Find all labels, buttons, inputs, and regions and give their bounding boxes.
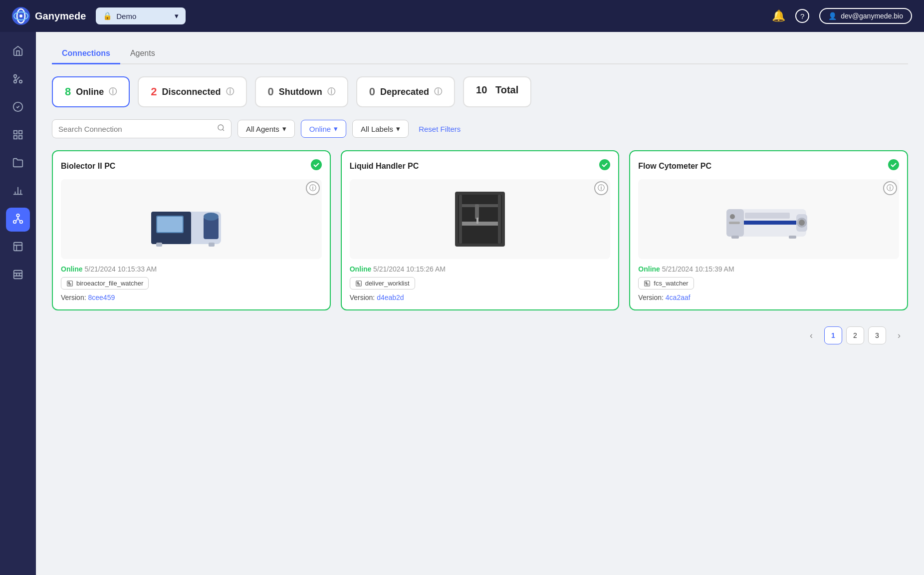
app-title: Ganymede: [35, 10, 86, 22]
shutdown-label: Shutdown: [279, 87, 322, 97]
pagination-prev[interactable]: ‹: [802, 326, 820, 344]
tabs-bar: Connections Agents: [52, 44, 908, 64]
device-image-area-2: ⓘ: [350, 179, 611, 259]
connections-icon: [12, 213, 23, 227]
svg-rect-37: [459, 204, 501, 207]
device-info-button-3[interactable]: ⓘ: [883, 181, 897, 195]
sidebar-item-git[interactable]: [6, 68, 30, 92]
svg-rect-27: [157, 217, 183, 232]
bell-icon: 🔔: [772, 9, 785, 22]
pagination-page-2[interactable]: 2: [846, 326, 864, 344]
reset-filters-button[interactable]: Reset Filters: [419, 125, 461, 133]
tag-label-2: deliver_worklist: [365, 280, 410, 287]
total-label: Total: [495, 84, 518, 95]
status-cards: 8 Online ⓘ 2 Disconnected ⓘ 0 Shutdown ⓘ…: [52, 76, 908, 107]
home-icon: [12, 45, 23, 59]
sidebar-item-chart[interactable]: [6, 180, 30, 204]
agents-filter-button[interactable]: All Agents ▾: [237, 120, 295, 138]
device-card-1[interactable]: Biolector II PC: [52, 150, 331, 310]
status-card-deprecated[interactable]: 0 Deprecated ⓘ: [356, 76, 455, 107]
logo: Ganymede: [12, 7, 86, 25]
version-link-3[interactable]: 4ca2aaf: [666, 293, 691, 301]
labels-filter-button[interactable]: All Labels ▾: [352, 120, 409, 138]
notifications-button[interactable]: 🔔: [772, 9, 785, 22]
device-version-1: Version: 8cee459: [61, 293, 322, 301]
device-name-1: Biolector II PC: [61, 162, 115, 171]
status-card-shutdown[interactable]: 0 Shutdown ⓘ: [255, 76, 348, 107]
tab-connections[interactable]: Connections: [52, 44, 120, 64]
svg-rect-31: [209, 243, 215, 247]
sidebar-item-grid[interactable]: [6, 124, 30, 148]
device-card-2[interactable]: Liquid Handler PC: [341, 150, 620, 310]
svg-point-18: [20, 220, 22, 223]
status-card-online[interactable]: 8 Online ⓘ: [52, 76, 130, 107]
shutdown-count: 0: [268, 85, 274, 98]
sidebar-item-home[interactable]: [6, 40, 30, 64]
main-content: Connections Agents 8 Online ⓘ 2 Disconne…: [36, 32, 924, 575]
device-image-2: [350, 179, 611, 259]
status-filter-button[interactable]: Online ▾: [301, 120, 346, 138]
folder-icon: [12, 157, 23, 171]
sidebar-item-connections[interactable]: [6, 208, 30, 232]
svg-rect-52: [731, 236, 739, 239]
svg-rect-19: [14, 242, 22, 251]
devices-grid: Biolector II PC: [52, 150, 908, 310]
chevron-down-icon: ▾: [175, 11, 179, 20]
svg-rect-54: [745, 213, 790, 219]
agents-chevron-icon: ▾: [282, 124, 286, 133]
chart-icon: [12, 185, 23, 199]
git-icon: [12, 73, 23, 87]
svg-point-23: [311, 159, 322, 170]
device-name-3: Flow Cytometer PC: [638, 162, 711, 171]
version-link-1[interactable]: 8cee459: [88, 293, 115, 301]
disconnected-count: 2: [151, 85, 157, 98]
sidebar: [0, 32, 36, 575]
online-label: Online: [76, 87, 104, 97]
topnav: Ganymede 🔒 Demo ▾ 🔔 ? 👤 dev@ganymede.bio: [0, 0, 924, 32]
svg-rect-10: [14, 135, 17, 138]
device-footer-1: Online 5/21/2024 10:15:33 AM biroeactor_…: [61, 265, 322, 301]
sidebar-item-folder[interactable]: [6, 152, 30, 176]
svg-point-3: [19, 14, 22, 17]
online-info-icon: ⓘ: [109, 87, 117, 97]
version-link-2[interactable]: d4eab2d: [377, 293, 404, 301]
svg-rect-36: [461, 222, 499, 226]
device-status-icon-1: [311, 159, 322, 173]
disconnected-label: Disconnected: [162, 87, 221, 97]
sidebar-item-apps[interactable]: [6, 236, 30, 260]
tag-label-1: biroeactor_file_watcher: [76, 280, 143, 287]
svg-rect-48: [729, 222, 740, 224]
device-status-icon-3: [888, 159, 899, 173]
pagination-page-3[interactable]: 3: [868, 326, 886, 344]
help-button[interactable]: ?: [795, 9, 809, 23]
svg-rect-11: [19, 135, 22, 138]
workspace-selector[interactable]: 🔒 Demo ▾: [96, 7, 186, 24]
sidebar-item-check[interactable]: [6, 96, 30, 120]
device-tag-3: fcs_watcher: [638, 277, 693, 289]
search-box[interactable]: [52, 119, 231, 138]
main-layout: Connections Agents 8 Online ⓘ 2 Disconne…: [0, 32, 924, 575]
user-menu-button[interactable]: 👤 dev@ganymede.bio: [819, 8, 912, 24]
workspace-name: Demo: [116, 12, 136, 20]
status-card-disconnected[interactable]: 2 Disconnected ⓘ: [138, 76, 246, 107]
tab-agents[interactable]: Agents: [120, 44, 165, 64]
pagination-next[interactable]: ›: [890, 326, 908, 344]
sidebar-item-layout[interactable]: [6, 264, 30, 288]
pagination-page-1[interactable]: 1: [824, 326, 842, 344]
online-status-2: Online: [350, 265, 372, 273]
device-status-icon-2: [599, 159, 610, 173]
layout-icon: [12, 269, 23, 283]
device-info-button-1[interactable]: ⓘ: [306, 181, 320, 195]
device-online-time-2: Online 5/21/2024 10:15:26 AM: [350, 265, 611, 273]
svg-rect-38: [475, 204, 479, 219]
svg-point-5: [14, 74, 17, 77]
device-card-header-3: Flow Cytometer PC: [638, 159, 899, 173]
device-tag-2: deliver_worklist: [350, 277, 415, 289]
deprecated-label: Deprecated: [380, 87, 429, 97]
svg-rect-35: [458, 195, 502, 244]
search-input[interactable]: [58, 125, 213, 133]
device-image-3: [638, 179, 899, 259]
svg-line-22: [223, 129, 224, 131]
device-card-3[interactable]: Flow Cytometer PC: [629, 150, 908, 310]
svg-rect-53: [789, 236, 796, 239]
